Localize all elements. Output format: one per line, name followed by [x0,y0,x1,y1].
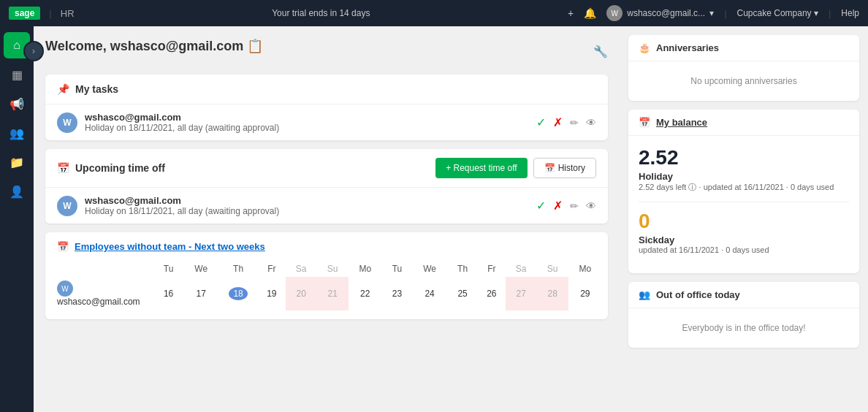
sidebar-item-user[interactable]: 👤 [4,178,30,205]
user-info-cell: W wshasco@gmail.com [51,277,153,310]
anniversaries-empty: No upcoming anniversaries [628,61,859,101]
anniversary-icon: 🎂 [639,42,650,53]
timeoff-header-actions: + Request time off 📅 History [435,158,596,178]
my-balance-body: 2.52 Holiday 2.52 days left ⓘ · updated … [628,136,859,273]
out-of-office-header: 👥 Out of office today [628,282,859,308]
timeoff-user-avatar: W [57,196,77,216]
timeoff-info: wshasco@gmail.com Holiday on 18/11/2021,… [85,195,529,216]
out-of-office-title: Out of office today [656,289,740,300]
cal-user-avatar: W [57,281,73,297]
cal-date-16: 16 [153,277,183,310]
approve-icon[interactable]: ✓ [536,115,546,129]
cal-date-23: 23 [382,277,412,310]
reject-icon[interactable]: ✗ [553,115,563,129]
timeoff-actions: ✓ ✗ ✏ 👁 [536,199,596,213]
user-avatar: W [606,5,623,21]
timeoff-description: Holiday on 18/11/2021, all day (awaiting… [85,206,529,216]
timeoff-approve-icon[interactable]: ✓ [536,199,546,213]
my-balance-header: 📅 My balance [628,110,859,136]
trial-text: Your trial ends in 14 days [83,8,560,18]
nav-separator: | [49,8,51,19]
task-description: Holiday on 18/11/2021, all day (awaiting… [85,123,529,133]
user-email-nav: wshasco@gmail.c... [627,8,705,18]
company-menu[interactable]: Cupcake Company ▾ [737,8,818,18]
my-tasks-title: My tasks [75,83,118,95]
add-icon[interactable]: + [568,7,574,19]
nav-section: HR [61,8,75,19]
pin-icon: 📌 [57,83,69,95]
upcoming-timeoff-title: Upcoming time off [75,162,165,174]
timeoff-reject-icon[interactable]: ✗ [553,199,563,213]
task-info: wshasco@gmail.com Holiday on 18/11/2021,… [85,112,529,133]
sickday-label: Sickday [639,234,849,245]
anniversaries-title: Anniversaries [656,42,719,53]
page-title: Welcome, wshasco@gmail.com 📋 [45,38,263,54]
cal-date-24: 24 [412,277,447,310]
sickday-sub: updated at 16/11/2021 · 0 days used [639,245,849,254]
cal-header-tu1: Tu [153,261,183,277]
cal-date-27: 27 [506,277,537,310]
upcoming-timeoff-header: 📅 Upcoming time off + Request time off 📅… [45,149,608,188]
cal-date-28: 28 [537,277,568,310]
my-tasks-card: 📌 My tasks W wshasco@gmail.com Holiday o… [45,75,608,140]
edit-icon[interactable]: ✏ [570,117,579,129]
main-content: Welcome, wshasco@gmail.com 📋 🔧 📌 My task… [34,26,620,412]
nav-actions: + 🔔 W wshasco@gmail.c... ▾ | Cupcake Com… [568,5,859,21]
out-of-office-icon: 👥 [639,289,650,300]
history-button[interactable]: 📅 History [533,158,596,178]
task-actions: ✓ ✗ ✏ 👁 [536,115,596,129]
view-icon[interactable]: 👁 [586,117,596,129]
sidebar-toggle[interactable]: › [23,41,44,61]
timeoff-view-icon[interactable]: 👁 [586,200,596,212]
cal-date-25: 25 [447,277,478,310]
cal-header-mo2: Mo [568,261,602,277]
cal-header-th2: Th [447,261,478,277]
calendar-table: Tu We Th Fr Sa Su Mo Tu We Th Fr [51,261,602,310]
employees-calendar-header: 📅 Employees without team - Next two week… [45,232,608,261]
cal-header-sa2: Sa [506,261,537,277]
my-balance-card: 📅 My balance 2.52 Holiday 2.52 days left… [628,110,859,273]
cal-date-19: 19 [258,277,286,310]
cal-header-su1: Su [317,261,349,277]
cal-header-su2: Su [537,261,568,277]
holiday-sub: 2.52 days left ⓘ · updated at 16/11/2021… [639,182,849,193]
sage-logo: sage [9,7,40,20]
sidebar-item-folder[interactable]: 📁 [4,149,30,175]
calendar-icon-timeoff: 📅 [57,162,69,174]
cal-date-22: 22 [349,277,382,310]
anniversaries-card: 🎂 Anniversaries No upcoming anniversarie… [628,35,859,101]
bell-icon[interactable]: 🔔 [584,7,596,19]
out-of-office-text: Everybody is in the office today! [628,308,859,348]
request-timeoff-button[interactable]: + Request time off [435,158,528,178]
sidebar-item-megaphone[interactable]: 📢 [4,91,30,117]
cal-date-18: 18 [218,277,258,310]
nav-sep2: | [724,8,726,19]
user-dropdown-icon: ▾ [709,8,714,18]
history-icon: 📅 [544,163,555,173]
settings-icon[interactable]: 🔧 [593,45,608,58]
employees-calendar-link[interactable]: Employees without team - Next two weeks [75,241,265,252]
top-nav: sage | HR Your trial ends in 14 days + 🔔… [0,0,868,26]
sidebar-item-calendar[interactable]: ▦ [4,61,30,88]
sidebar-item-people[interactable]: 👥 [4,120,30,146]
employees-calendar-card: 📅 Employees without team - Next two week… [45,232,608,319]
cal-header-fr2: Fr [478,261,506,277]
timeoff-edit-icon[interactable]: ✏ [570,200,579,212]
cal-header-we2: We [412,261,447,277]
cal-header-th1: Th [218,261,258,277]
my-tasks-header: 📌 My tasks [45,75,608,104]
cal-date-29: 29 [568,277,602,310]
table-row: W wshasco@gmail.com 16 17 18 19 20 21 22 [51,277,602,310]
cal-date-21: 21 [317,277,349,310]
task-user-avatar: W [57,112,77,133]
upcoming-timeoff-card: 📅 Upcoming time off + Request time off 📅… [45,149,608,224]
sidebar: › ⌂ ▦ 📢 👥 📁 👤 [0,26,34,412]
my-balance-title[interactable]: My balance [656,117,707,128]
help-link[interactable]: Help [841,8,859,18]
cal-date-17: 17 [183,277,218,310]
user-menu[interactable]: W wshasco@gmail.c... ▾ [606,5,714,21]
calendar-icon-employees: 📅 [57,241,69,252]
cal-header-sa1: Sa [286,261,317,277]
content-and-right: Welcome, wshasco@gmail.com 📋 🔧 📌 My task… [34,26,868,412]
anniversaries-header: 🎂 Anniversaries [628,35,859,61]
